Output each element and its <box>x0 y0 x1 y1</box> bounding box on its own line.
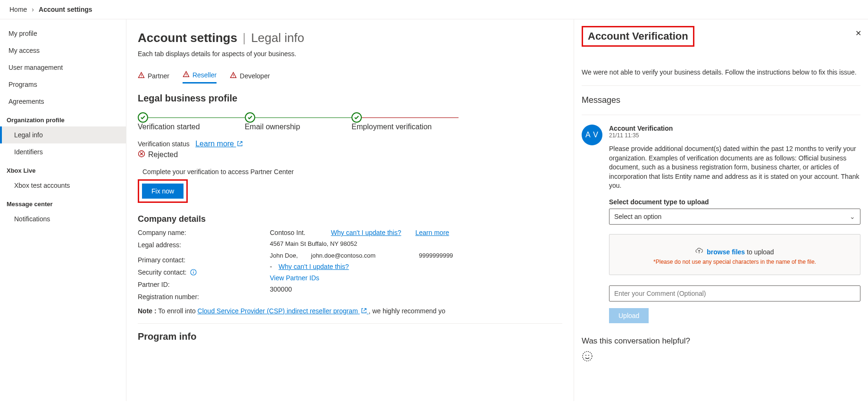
file-dropzone[interactable]: browse files to upload Please do not use… <box>609 234 860 275</box>
panel-description: We were not able to verify your business… <box>582 68 860 76</box>
svg-point-7 <box>585 355 586 356</box>
page-title-sub: Legal info <box>251 31 304 45</box>
panel-divider <box>582 85 860 86</box>
check-circle-icon <box>138 112 148 123</box>
breadcrumb-current: Account settings <box>39 6 92 13</box>
fix-now-button[interactable]: Fix now <box>142 184 184 199</box>
message-text: Please provide additional document(s) da… <box>609 144 860 191</box>
learn-more-link-2[interactable]: Learn more <box>415 229 449 236</box>
sidebar-item-xbox-test-accounts[interactable]: Xbox test accounts <box>0 177 126 194</box>
account-verification-panel: ✕ Account Verification We were not able … <box>574 19 868 401</box>
step-employment-verification: Employment verification <box>351 123 459 131</box>
sidebar-item-programs[interactable]: Programs <box>0 76 126 93</box>
external-link-icon <box>361 308 367 314</box>
view-partner-ids-link[interactable]: View Partner IDs <box>270 274 562 282</box>
security-contact-label: Security contact: <box>138 268 270 276</box>
document-type-select[interactable]: Select an option ⌄ <box>609 209 860 225</box>
step-connector <box>255 117 352 118</box>
sidebar-item-agreements[interactable]: Agreements <box>0 93 126 110</box>
title-divider: | <box>242 31 246 45</box>
sidebar-item-notifications[interactable]: Notifications <box>0 210 126 227</box>
check-circle-icon <box>245 112 255 123</box>
legal-address-label: Legal address: <box>138 241 270 249</box>
avatar: A V <box>582 125 602 145</box>
learn-more-text: Learn more <box>195 140 234 148</box>
svg-point-1 <box>186 75 186 76</box>
external-link-icon <box>237 140 243 146</box>
tab-partner[interactable]: Partner <box>138 71 169 84</box>
upload-button[interactable]: Upload <box>609 308 649 323</box>
warning-icon <box>183 71 190 79</box>
page-title-main: Account settings <box>138 31 237 45</box>
sidebar-group-message-center: Message center <box>0 194 126 210</box>
tab-reseller[interactable]: Reseller <box>183 71 217 84</box>
main-content: Account settings | Legal info Each tab d… <box>126 19 574 401</box>
verification-instruction: Complete your verification to access Par… <box>142 168 562 176</box>
step-connector <box>148 117 245 118</box>
dropzone-note: Please do not use any special characters… <box>614 259 855 265</box>
helpful-question: Was this conversation helpful? <box>582 336 860 346</box>
sidebar-item-identifiers[interactable]: Identifiers <box>0 143 126 160</box>
company-details-title: Company details <box>138 214 562 224</box>
tabs: Partner Reseller Developer <box>138 71 562 84</box>
security-contact-value: - <box>270 263 272 270</box>
sidebar-item-legal-info[interactable]: Legal info <box>0 126 126 143</box>
note-tail: , we highly recommend yo <box>368 307 445 315</box>
sidebar-group-xbox-live: Xbox Live <box>0 160 126 177</box>
note-text: To enroll into <box>158 307 197 315</box>
rejected-icon <box>138 150 145 159</box>
why-cant-update-link[interactable]: Why can't I update this? <box>331 229 401 236</box>
document-type-placeholder: Select an option <box>614 213 661 220</box>
comment-input[interactable] <box>609 285 860 302</box>
svg-point-8 <box>588 355 589 356</box>
legal-address-value: 4567 Main St Buffalo, NY 98052 <box>270 240 562 247</box>
primary-contact-name: John Doe, <box>270 252 298 259</box>
registration-number-value: 300000 <box>270 285 562 293</box>
enrollment-note: Note : To enroll into Cloud Service Prov… <box>138 307 562 315</box>
message-timestamp: 21/11 11:35 <box>609 132 860 139</box>
browse-files-link[interactable]: browse files <box>707 248 745 256</box>
panel-messages-title: Messages <box>582 95 860 105</box>
breadcrumb-home[interactable]: Home <box>9 6 27 13</box>
page-title-desc: Each tab displays details for aspects of… <box>138 50 562 58</box>
learn-more-link[interactable]: Learn more <box>195 140 243 148</box>
chevron-right-icon: › <box>32 6 34 13</box>
partner-id-label: Partner ID: <box>138 281 270 288</box>
step-email-ownership: Email ownership <box>245 123 352 131</box>
section-divider <box>138 323 562 324</box>
svg-point-5 <box>193 270 194 271</box>
tab-developer[interactable]: Developer <box>230 71 270 84</box>
sidebar: My profile My access User management Pro… <box>0 19 126 401</box>
verification-status-value: Rejected <box>148 151 178 159</box>
panel-title-highlight: Account Verification <box>582 26 694 47</box>
company-name-label: Company name: <box>138 229 270 236</box>
message-title: Account Verification <box>609 125 860 132</box>
sidebar-item-my-access[interactable]: My access <box>0 42 126 59</box>
svg-point-6 <box>583 352 592 361</box>
fix-now-highlight: Fix now <box>138 179 188 203</box>
smile-icon[interactable] <box>582 351 593 362</box>
warning-icon <box>138 72 145 80</box>
svg-point-2 <box>233 76 234 77</box>
message-item: A V Account Verification 21/11 11:35 Ple… <box>582 125 860 323</box>
warning-icon <box>230 72 237 80</box>
verification-steps: Verification started Email ownership Emp… <box>138 112 459 131</box>
document-type-label: Select document type to upload <box>609 198 860 206</box>
sidebar-group-org-profile: Organization profile <box>0 110 126 126</box>
panel-title: Account Verification <box>588 30 688 42</box>
csp-program-link[interactable]: Cloud Service Provider (CSP) indirect re… <box>198 307 369 315</box>
close-icon[interactable]: ✕ <box>855 29 861 38</box>
tab-reseller-label: Reseller <box>192 71 217 79</box>
cloud-upload-icon <box>695 248 703 256</box>
sidebar-item-my-profile[interactable]: My profile <box>0 25 126 42</box>
verification-status-label: Verification status <box>138 140 190 148</box>
legal-business-profile-title: Legal business profile <box>138 93 562 104</box>
program-info-title: Program info <box>138 331 562 342</box>
check-circle-icon <box>351 112 362 123</box>
sidebar-item-user-management[interactable]: User management <box>0 59 126 76</box>
panel-divider <box>582 115 860 115</box>
why-cant-update-link-2[interactable]: Why can't I update this? <box>279 263 349 270</box>
chevron-down-icon: ⌄ <box>850 213 855 220</box>
info-icon[interactable] <box>190 269 197 276</box>
tab-developer-label: Developer <box>240 72 270 80</box>
